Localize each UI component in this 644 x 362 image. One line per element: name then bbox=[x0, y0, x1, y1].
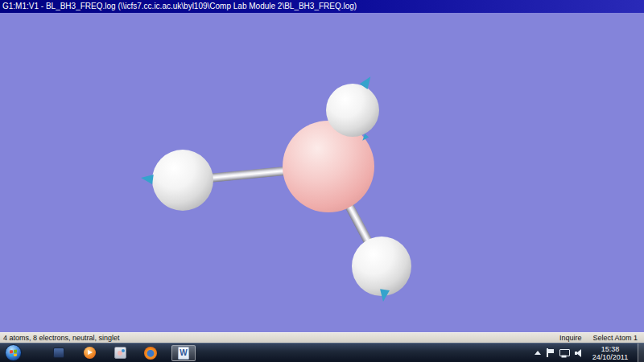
tray-date: 24/10/2011 bbox=[588, 353, 632, 361]
taskbar: W 15:38 24/10/2011 bbox=[0, 343, 644, 362]
status-action: Select Atom 1 bbox=[592, 334, 638, 342]
titlebar[interactable]: G1:M1:V1 - BL_BH3_FREQ.log (\\icfs7.cc.i… bbox=[0, 0, 644, 13]
app-icon bbox=[53, 348, 64, 358]
atom-hydrogen-left[interactable] bbox=[152, 150, 213, 211]
gaussview-window: G1:M1:V1 - BL_BH3_FREQ.log (\\icfs7.cc.i… bbox=[0, 0, 644, 362]
windows-flag-icon bbox=[10, 349, 17, 356]
show-desktop-button[interactable] bbox=[638, 343, 644, 362]
system-tray: 15:38 24/10/2011 bbox=[535, 343, 644, 362]
gaussview-icon bbox=[114, 347, 126, 359]
window-title: G1:M1:V1 - BL_BH3_FREQ.log (\\icfs7.cc.i… bbox=[2, 0, 357, 13]
word-button[interactable]: W bbox=[171, 345, 196, 361]
media-player-button[interactable] bbox=[80, 345, 99, 361]
network-icon[interactable] bbox=[559, 349, 569, 357]
status-mode: Inquire bbox=[559, 334, 582, 342]
taskbar-app-button[interactable] bbox=[49, 345, 68, 361]
atom-hydrogen-top[interactable] bbox=[326, 84, 379, 137]
word-icon: W bbox=[178, 347, 189, 360]
media-player-icon bbox=[84, 347, 96, 359]
vibration-vector-bottom-icon bbox=[378, 289, 390, 302]
firefox-button[interactable] bbox=[141, 345, 160, 361]
taskbar-apps: W bbox=[49, 343, 196, 362]
tray-time: 15:38 bbox=[588, 345, 632, 353]
statusbar: 4 atoms, 8 electrons, neutral, singlet I… bbox=[0, 332, 644, 343]
clock[interactable]: 15:38 24/10/2011 bbox=[588, 345, 632, 361]
vibration-vector-left-icon bbox=[140, 173, 154, 184]
volume-icon[interactable] bbox=[575, 349, 583, 357]
molecule-summary: 4 atoms, 8 electrons, neutral, singlet bbox=[3, 334, 120, 342]
start-button[interactable] bbox=[5, 344, 22, 361]
hidden-icons-arrow-icon[interactable] bbox=[535, 351, 541, 355]
atom-hydrogen-bottom[interactable] bbox=[352, 237, 411, 296]
action-center-flag-icon[interactable] bbox=[547, 348, 554, 357]
molecule-viewport[interactable] bbox=[0, 13, 644, 332]
firefox-icon bbox=[144, 347, 157, 360]
gaussview-button[interactable] bbox=[110, 345, 130, 361]
